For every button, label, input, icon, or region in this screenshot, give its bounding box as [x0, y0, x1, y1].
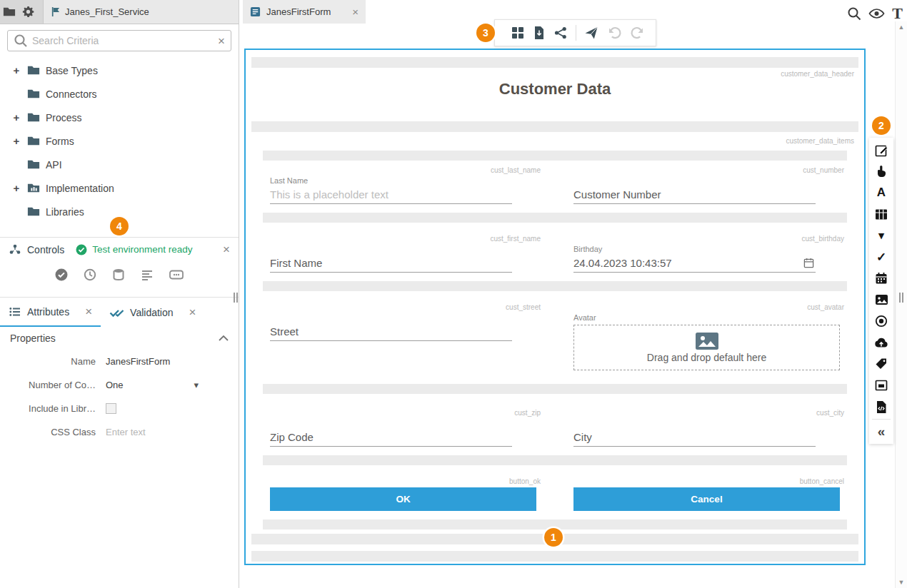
form-canvas[interactable]: customer_data_header Customer Data custo…	[244, 49, 866, 565]
image-control-icon[interactable]	[869, 289, 893, 310]
service-tab[interactable]: Janes_First_Service	[43, 0, 239, 24]
drop-zone-bar[interactable]	[251, 57, 858, 68]
ok-button[interactable]: OK	[270, 487, 536, 511]
share-model-icon[interactable]	[553, 26, 568, 40]
preview-eye-icon[interactable]	[868, 8, 885, 19]
validation-double-check-icon	[109, 307, 124, 318]
scroll-down-icon[interactable]: ▼	[898, 579, 905, 586]
close-validation-icon[interactable]: ×	[189, 306, 196, 318]
undo-icon[interactable]	[606, 26, 622, 40]
pointer-control-icon[interactable]	[869, 161, 893, 182]
layout-grid-icon[interactable]	[511, 26, 525, 40]
history-icon[interactable]	[83, 268, 97, 282]
collapse-palette-icon[interactable]: «	[869, 421, 893, 442]
text-control-icon[interactable]: A	[869, 182, 893, 203]
scroll-up-icon[interactable]: ▲	[898, 24, 905, 31]
clear-search-icon[interactable]: ×	[218, 35, 225, 47]
birthday-input[interactable]: 24.04.2023 10:43:57	[573, 255, 816, 273]
check-circle-icon[interactable]	[54, 268, 69, 282]
field-ok-button[interactable]: button_ok OK	[264, 477, 542, 511]
field-customer-number[interactable]: cust_number Customer Number	[568, 166, 846, 204]
last-name-input[interactable]: This is a placeholder text	[270, 186, 512, 204]
folder-icon	[24, 65, 43, 76]
radio-button-control-icon[interactable]	[869, 310, 893, 332]
label-tag-control-icon[interactable]	[869, 353, 893, 375]
drop-zone-bar[interactable]	[263, 455, 847, 465]
expand-icon[interactable]: +	[9, 111, 24, 123]
zip-input[interactable]: Zip Code	[270, 429, 512, 447]
import-file-icon[interactable]	[533, 26, 546, 40]
expand-icon[interactable]: +	[9, 135, 24, 147]
field-zip[interactable]: cust_zip Zip Code	[264, 408, 542, 447]
code-file-control-icon[interactable]	[869, 396, 893, 417]
field-annotation: cust_street	[264, 303, 542, 312]
tree-item-implementation[interactable]: + Implementation	[0, 176, 239, 200]
form-title[interactable]: Customer Data	[246, 80, 864, 98]
close-attributes-icon[interactable]: ×	[85, 305, 92, 318]
field-street[interactable]: cust_street Street	[264, 303, 542, 370]
field-avatar[interactable]: cust_avatar Avatar Drag and drop default…	[568, 303, 846, 370]
panel-tabs: Attributes × Validation ×	[0, 297, 239, 327]
drop-zone-bar[interactable]	[263, 213, 847, 223]
street-input[interactable]: Street	[270, 323, 512, 341]
tree-item-base-types[interactable]: + Base Types	[0, 59, 239, 82]
tree-item-forms[interactable]: + Forms	[0, 129, 239, 153]
right-splitter-handle[interactable]	[899, 293, 905, 303]
checkbox-control-icon[interactable]: ✓	[869, 246, 893, 268]
field-annotation: cust_zip	[264, 408, 542, 417]
calendar-icon[interactable]	[803, 258, 814, 268]
table-control-icon[interactable]	[869, 203, 893, 225]
field-last-name[interactable]: cust_last_name Last Name This is a place…	[264, 166, 542, 204]
dialog-control-icon[interactable]	[869, 375, 893, 396]
tree-item-connectors[interactable]: Connectors	[0, 82, 239, 106]
include-in-library-checkbox[interactable]	[106, 403, 116, 414]
drop-zone-bar[interactable]	[263, 384, 847, 394]
tab-validation[interactable]: Validation ×	[101, 298, 204, 327]
tab-attributes[interactable]: Attributes ×	[0, 298, 101, 327]
field-cancel-button[interactable]: button_cancel Cancel	[568, 477, 846, 511]
expand-icon[interactable]: +	[9, 182, 24, 194]
database-icon[interactable]	[111, 268, 126, 282]
field-city[interactable]: cust_city City	[568, 408, 846, 447]
console-ellipsis-icon[interactable]	[169, 268, 184, 282]
city-input[interactable]: City	[573, 429, 816, 447]
left-panel: Janes_First_Service × + Base Types Conne…	[0, 0, 239, 588]
tab-janesfirstform[interactable]: JanesFirstForm ×	[243, 0, 366, 24]
input-field-control-icon[interactable]	[869, 139, 893, 161]
search-input[interactable]	[32, 35, 214, 46]
close-tab-icon[interactable]: ×	[352, 6, 359, 17]
drop-zone-bar[interactable]	[263, 151, 847, 161]
datepicker-control-icon[interactable]	[869, 268, 893, 289]
tree-item-process[interactable]: + Process	[0, 106, 239, 129]
upload-control-icon[interactable]	[869, 332, 893, 353]
collapse-chevron-icon[interactable]	[219, 335, 229, 341]
global-search-icon[interactable]	[847, 6, 861, 21]
field-birthday[interactable]: cust_birthday Birthday 24.04.2023 10:43:…	[568, 234, 846, 273]
search-icon	[14, 34, 28, 48]
cancel-button[interactable]: Cancel	[573, 487, 840, 511]
vertical-scrollbar[interactable]: ▲ ▼	[895, 21, 907, 588]
close-controls-icon[interactable]: ×	[223, 243, 230, 255]
columns-select[interactable]: One ▾	[106, 380, 199, 390]
redo-icon[interactable]	[630, 26, 646, 40]
expand-icon[interactable]: +	[9, 64, 24, 76]
settings-gear-icon[interactable]	[19, 6, 37, 18]
step-badge-2: 2	[872, 116, 891, 135]
form-name-value[interactable]: JanesFirstForm	[106, 356, 229, 367]
customer-number-input[interactable]: Customer Number	[573, 186, 816, 204]
folder-browser-icon[interactable]	[0, 6, 19, 17]
log-lines-icon[interactable]	[140, 268, 154, 282]
first-name-input[interactable]: First Name	[270, 255, 512, 273]
css-class-input[interactable]	[106, 427, 191, 437]
drop-zone-bar[interactable]	[251, 551, 858, 562]
drop-zone-bar[interactable]	[251, 121, 858, 132]
typography-icon[interactable]: T	[892, 4, 903, 23]
drop-zone-bar[interactable]	[263, 281, 847, 291]
test-environment-status: Test environment ready	[76, 244, 192, 255]
avatar-dropzone[interactable]: Drag and drop default here	[573, 325, 840, 370]
deploy-send-icon[interactable]	[584, 26, 598, 40]
tree-item-api[interactable]: API	[0, 153, 239, 176]
field-first-name[interactable]: cust_first_name First Name	[264, 234, 542, 273]
left-splitter-handle[interactable]	[234, 293, 239, 303]
dropdown-control-icon[interactable]: ▾	[869, 225, 893, 246]
